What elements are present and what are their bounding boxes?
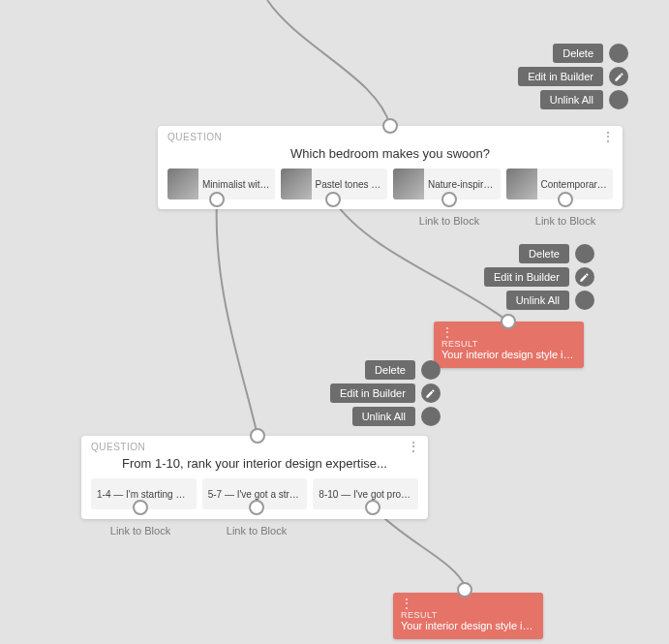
- answer-label: 1-4 — I'm starting with ...: [97, 489, 191, 500]
- result-card-2[interactable]: ⋮ RESULT Your interior design style is:.…: [393, 593, 543, 639]
- answer-label: Nature-inspired...: [428, 179, 497, 190]
- answer-label: 8-10 — I've got professi...: [319, 489, 412, 500]
- card-type-label: RESULT: [401, 610, 535, 620]
- unlink-button[interactable]: Unlink All: [540, 90, 603, 109]
- edit-button[interactable]: Edit in Builder: [518, 67, 603, 86]
- outlet-node[interactable]: [365, 500, 380, 515]
- delete-button[interactable]: Delete: [365, 360, 415, 380]
- edit-circle-icon[interactable]: [609, 67, 628, 86]
- delete-circle-icon[interactable]: [421, 360, 441, 380]
- edit-circle-icon[interactable]: [421, 383, 441, 403]
- answers-row: Minimalist with ... Pastel tones an... N…: [167, 169, 613, 199]
- edit-circle-icon[interactable]: [575, 267, 594, 287]
- r1-action-menu: Delete Edit in Builder Unlink All: [484, 244, 594, 314]
- card-type-label: RESULT: [441, 339, 576, 349]
- delete-circle-icon[interactable]: [609, 44, 628, 63]
- answer-label: 5-7 — I've got a strong ...: [208, 489, 302, 500]
- link-to-block-label[interactable]: Link to Block: [110, 525, 170, 537]
- q1-action-menu: Delete Edit in Builder Unlink All: [518, 44, 628, 113]
- unlink-button[interactable]: Unlink All: [352, 407, 415, 426]
- delete-button[interactable]: Delete: [553, 44, 603, 63]
- flow-canvas[interactable]: { "actions": { "delete": "Delete", "edit…: [0, 0, 669, 644]
- card-title: Which bedroom makes you swoon?: [167, 146, 613, 161]
- answer-label: Contemporary ...: [541, 179, 610, 190]
- outlet-node[interactable]: [325, 192, 341, 207]
- inlet-node[interactable]: [457, 582, 472, 598]
- inlet-node[interactable]: [382, 118, 398, 134]
- unlink-circle-icon[interactable]: [609, 90, 628, 109]
- delete-button[interactable]: Delete: [519, 244, 569, 263]
- answer-thumbnail: [167, 169, 198, 199]
- outlet-node[interactable]: [441, 192, 457, 207]
- outlet-node[interactable]: [133, 500, 148, 515]
- answer-thumbnail: [281, 169, 312, 199]
- link-to-block-label[interactable]: Link to Block: [535, 215, 595, 227]
- unlink-circle-icon[interactable]: [421, 407, 441, 426]
- inlet-node[interactable]: [501, 314, 516, 329]
- unlink-button[interactable]: Unlink All: [506, 291, 569, 310]
- link-to-block-label[interactable]: Link to Block: [419, 215, 479, 227]
- link-to-block-label[interactable]: Link to Block: [227, 525, 287, 537]
- edit-button[interactable]: Edit in Builder: [484, 267, 569, 287]
- edit-button[interactable]: Edit in Builder: [330, 383, 415, 403]
- card-menu-icon[interactable]: ⋮: [401, 597, 535, 610]
- card-menu-icon[interactable]: ⋮: [601, 132, 615, 141]
- question-card-1[interactable]: ⋮ QUESTION Which bedroom makes you swoon…: [158, 126, 623, 209]
- answer-label: Minimalist with ...: [202, 179, 271, 190]
- delete-circle-icon[interactable]: [575, 244, 594, 263]
- result-title: Your interior design style is:...: [441, 349, 576, 360]
- result-title: Your interior design style is:...: [401, 620, 535, 631]
- inlet-node[interactable]: [250, 428, 265, 444]
- answer-thumbnail: [506, 169, 537, 199]
- outlet-node[interactable]: [558, 192, 573, 207]
- outlet-node[interactable]: [249, 500, 264, 515]
- q2-action-menu: Delete Edit in Builder Unlink All: [330, 360, 441, 430]
- outlet-node[interactable]: [209, 192, 225, 207]
- card-menu-icon[interactable]: ⋮: [407, 442, 420, 451]
- answer-label: Pastel tones an...: [316, 179, 384, 190]
- card-title: From 1-10, rank your interior design exp…: [91, 456, 418, 471]
- unlink-circle-icon[interactable]: [575, 291, 594, 310]
- answer-thumbnail: [393, 169, 424, 199]
